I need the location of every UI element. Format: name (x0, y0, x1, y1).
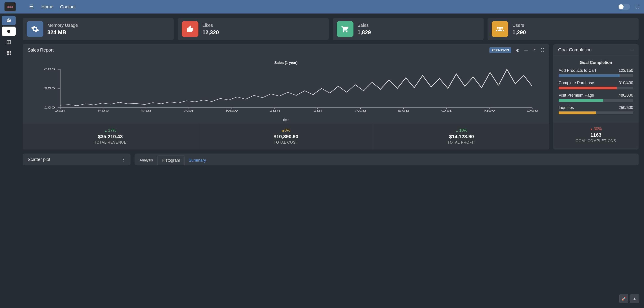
stat-card-users: Users 1,290 (488, 18, 638, 40)
svg-rect-6 (7, 52, 8, 54)
goal-label: Add Products to Cart (558, 68, 596, 73)
svg-rect-5 (10, 51, 11, 52)
app-logo: ◉◉◉ (4, 2, 16, 11)
chart-title: Sales (1 year) (30, 61, 542, 65)
goal-value: 123/150 (618, 68, 633, 73)
users-icon (492, 21, 508, 37)
goal-label: Visit Premium Page (558, 93, 594, 98)
cost-value: $10,390.90 (198, 134, 374, 139)
progress-bar (558, 99, 633, 102)
topbar: ◉◉◉ ☰ Home Contact ⛶ (0, 0, 644, 14)
svg-text:May: May (226, 109, 238, 112)
cost-pct: 0% (198, 128, 374, 133)
nav-home[interactable]: Home (41, 4, 53, 10)
goal-footer-value: 1163 (553, 132, 638, 138)
panel-title: Goal Completion (558, 47, 592, 52)
progress-bar (558, 74, 633, 77)
stat-card-sales: Sales 1,829 (333, 18, 484, 40)
minimize-icon[interactable]: — (524, 48, 528, 52)
svg-text:Aug: Aug (354, 109, 366, 112)
tab-summary[interactable]: Summary (184, 156, 210, 165)
thumbs-up-icon (182, 21, 198, 37)
goal-item: Inquiries 250/500 (558, 105, 633, 114)
svg-text:100: 100 (44, 106, 55, 109)
theme-toggle[interactable] (618, 4, 630, 10)
cost-label: TOTAL COST (198, 140, 374, 144)
svg-text:350: 350 (44, 87, 55, 90)
card-value: 324 MB (48, 29, 78, 36)
card-label: Sales (358, 23, 371, 28)
card-label: Likes (202, 23, 219, 28)
revenue-pct: 17% (23, 128, 198, 133)
svg-text:Nov: Nov (483, 109, 495, 112)
card-value: 1,829 (358, 29, 371, 36)
revenue-label: TOTAL REVENUE (23, 140, 198, 144)
sidebar-item-record[interactable] (2, 27, 16, 36)
stat-card-memory: Memory Usage 324 MB (23, 18, 174, 40)
sidebar-item-columns[interactable] (2, 37, 16, 47)
svg-text:Jul: Jul (314, 109, 322, 112)
goal-value: 250/500 (618, 105, 633, 110)
grid-icon (6, 51, 11, 55)
nav-contact[interactable]: Contact (60, 4, 76, 10)
svg-text:Jan: Jan (55, 109, 66, 112)
revenue-value: $35,210.43 (23, 134, 198, 139)
footer-revenue: 17% $35,210.43 TOTAL REVENUE (23, 124, 198, 149)
stat-card-likes: Likes 12,320 (178, 18, 329, 40)
footer-profit: 10% $14,123.90 TOTAL PROFIT (374, 124, 549, 149)
tab-histogram[interactable]: Histogram (158, 156, 184, 165)
goal-label: Inquiries (558, 105, 574, 110)
gauge-icon (6, 18, 12, 23)
goal-footer-pct: 30% (553, 126, 638, 131)
svg-text:Jun: Jun (270, 109, 280, 112)
footer-cost: 0% $10,390.90 TOTAL COST (198, 124, 374, 149)
goal-item: Add Products to Cart 123/150 (558, 68, 633, 77)
sidebar-item-grid[interactable] (2, 48, 16, 58)
panel-title: Sales Report (28, 48, 54, 53)
goal-footer-label: GOAL COMPLETIONS (553, 139, 638, 143)
svg-text:Apr: Apr (184, 109, 194, 112)
svg-rect-4 (8, 51, 9, 52)
card-label: Users (512, 23, 526, 28)
analysis-panel: Analysis Histogram Summary (134, 153, 638, 165)
kebab-icon[interactable]: ⋮ (121, 157, 126, 162)
fullscreen-icon[interactable]: ⛶ (636, 5, 640, 9)
sales-report-panel: Sales Report 2021-11-13 ◐ — ↗ ⛶ Sales (1… (23, 44, 549, 149)
progress-bar (558, 87, 633, 89)
svg-rect-11 (10, 54, 11, 55)
expand-icon[interactable]: ⛶ (541, 48, 544, 52)
svg-text:Mar: Mar (140, 109, 152, 112)
cart-icon (337, 21, 354, 37)
scatter-plot-panel: Scatter plot ⋮ (23, 153, 130, 165)
profit-pct: 10% (374, 128, 549, 133)
svg-text:600: 600 (44, 68, 55, 71)
goal-item: Complete Purchase 310/400 (558, 81, 633, 89)
columns-icon (6, 40, 11, 45)
popout-icon[interactable]: ↗ (533, 48, 536, 52)
svg-text:Dec: Dec (526, 109, 538, 112)
goal-heading: Goal Completion (558, 60, 633, 65)
date-badge[interactable]: 2021-11-13 (490, 47, 511, 53)
svg-rect-9 (7, 54, 8, 55)
svg-text:Feb: Feb (97, 109, 109, 112)
goal-value: 310/400 (618, 81, 633, 85)
card-label: Memory Usage (48, 23, 78, 28)
menu-toggle-icon[interactable]: ☰ (29, 4, 34, 10)
panel-title: Scatter plot (28, 157, 50, 162)
gear-icon (27, 21, 43, 37)
minimize-icon[interactable]: — (630, 48, 634, 52)
sidebar (0, 14, 17, 170)
profit-label: TOTAL PROFIT (374, 140, 549, 144)
goal-completion-panel: Goal Completion — Goal Completion Add Pr… (553, 44, 638, 149)
svg-rect-8 (10, 52, 11, 54)
svg-rect-7 (8, 52, 9, 54)
card-value: 12,320 (202, 29, 219, 36)
svg-rect-3 (7, 51, 8, 52)
profit-value: $14,123.90 (374, 134, 549, 139)
svg-text:Oct: Oct (441, 109, 452, 112)
contrast-icon[interactable]: ◐ (516, 48, 519, 52)
svg-text:Sep: Sep (398, 109, 410, 112)
sidebar-item-dashboard[interactable] (2, 16, 16, 25)
card-value: 1,290 (512, 29, 526, 36)
svg-point-0 (7, 30, 10, 33)
